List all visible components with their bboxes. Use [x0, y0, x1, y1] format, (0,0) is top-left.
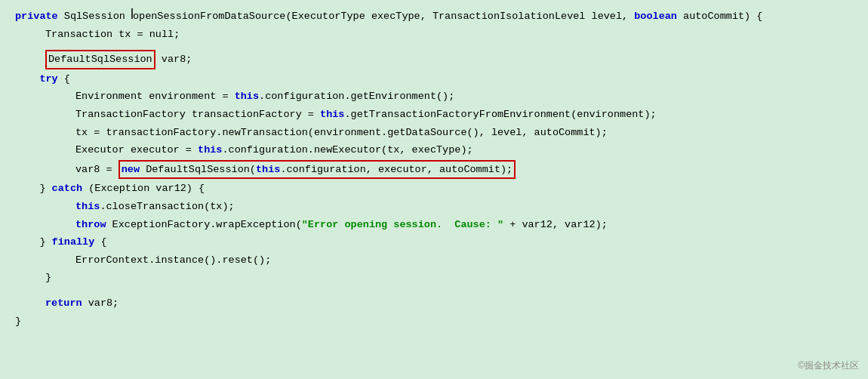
error-string: "Error opening session. Cause: "	[302, 217, 503, 233]
code-line-18: return var8;	[0, 294, 868, 313]
tx-declaration: Transaction tx = null;	[45, 26, 180, 43]
code-line-19: }	[0, 313, 868, 331]
close-finally: }	[45, 270, 51, 286]
code-line-5: try {	[0, 70, 868, 88]
code-line-11: } catch (Exception var12) {	[0, 180, 868, 198]
code-line-4: DefaultSqlSession var8;	[0, 49, 868, 70]
error-context-reset: ErrorContext.instance().reset();	[75, 252, 271, 269]
close-catch: }	[15, 234, 52, 251]
keyword-this-1: this	[235, 88, 259, 105]
finally-brace: {	[94, 234, 106, 251]
keyword-boolean: boolean	[634, 8, 677, 25]
get-environment: .configuration.getEnvironment();	[259, 88, 454, 105]
keyword-new: new	[122, 164, 140, 175]
code-line-13: throw ExceptionFactory.wrapException("Er…	[0, 216, 868, 234]
new-executor: .configuration.newExecutor(tx, execType)…	[222, 142, 472, 159]
keyword-catch: catch	[52, 180, 83, 197]
code-line-16: }	[0, 269, 868, 287]
close-method: }	[15, 313, 21, 330]
keyword-this-5: this	[75, 199, 100, 215]
code-line-9: Executor executor = this.configuration.n…	[0, 141, 868, 159]
exception-factory: ExceptionFactory.wrapException(	[106, 217, 302, 233]
code-line-2: Transaction tx = null;	[0, 26, 868, 44]
tf-decl: TransactionFactory transactionFactory =	[75, 106, 320, 123]
method-name: openSessionFromDataSource(ExecutorType e…	[133, 8, 634, 25]
keyword-this-3: this	[198, 142, 222, 159]
code-line-7: TransactionFactory transactionFactory = …	[0, 106, 868, 124]
env-decl: Environment environment =	[75, 88, 235, 105]
keyword-this-2: this	[320, 106, 344, 123]
close-try: }	[15, 180, 52, 197]
new-defaultsqlsession-args: .configuration, executor, autoCommit);	[280, 164, 512, 175]
code-line-15: ErrorContext.instance().reset();	[0, 251, 868, 270]
indent-space-try	[15, 71, 39, 88]
new-defaultsqlsession-call: DefaultSqlSession(	[140, 164, 256, 175]
code-line-6: Environment environment = this.configura…	[0, 88, 868, 106]
try-brace: {	[58, 71, 70, 88]
keyword-throw: throw	[75, 217, 106, 233]
defaultsqlsession-type: DefaultSqlSession	[48, 54, 152, 65]
keyword-return: return	[45, 295, 82, 312]
return-type: SqlSession	[58, 8, 131, 25]
var8-decl: var8;	[155, 51, 192, 68]
defaultsqlsession-boxed: DefaultSqlSession	[45, 50, 155, 69]
catch-param: (Exception var12) {	[82, 180, 205, 197]
wrap-exception-args: + var12, var12);	[503, 217, 608, 233]
keyword-finally: finally	[52, 234, 95, 251]
code-line-8: tx = transactionFactory.newTransaction(e…	[0, 124, 868, 142]
var8-assign: var8 =	[75, 162, 119, 178]
code-line-10: var8 = new DefaultSqlSession(this.config…	[0, 159, 868, 180]
code-line-blank-1	[0, 43, 868, 49]
new-defaultsqlsession-boxed: new DefaultSqlSession(this.configuration…	[119, 160, 516, 180]
executor-decl: Executor executor =	[75, 142, 198, 159]
code-line-1: private SqlSession openSessionFromDataSo…	[0, 8, 868, 26]
keyword-try: try	[39, 71, 57, 88]
get-tf: .getTransactionFactoryFromEnvironment(en…	[344, 106, 656, 123]
keyword-this-4: this	[256, 164, 280, 175]
watermark: ©掘金技术社区	[798, 359, 859, 373]
keyword-private: private	[15, 8, 58, 25]
close-transaction: .closeTransaction(tx);	[100, 199, 234, 215]
code-line-blank-2	[0, 287, 868, 294]
code-line-12: this.closeTransaction(tx);	[0, 198, 868, 216]
return-var8: var8;	[82, 295, 119, 312]
param-autocommit: autoCommit) {	[677, 8, 762, 25]
code-line-14: } finally {	[0, 233, 868, 251]
tx-assign: tx = transactionFactory.newTransaction(e…	[75, 125, 608, 141]
code-container: private SqlSession openSessionFromDataSo…	[0, 0, 868, 379]
